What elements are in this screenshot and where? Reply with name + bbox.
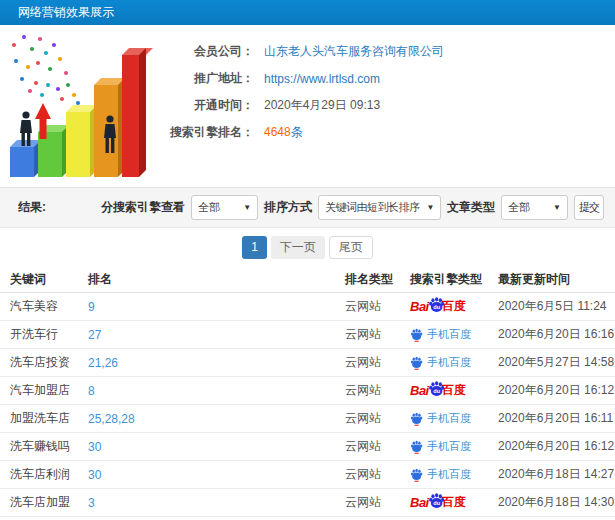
filter-controls: 分搜索引擎查看 全部 ▼ 排序方式 关键词由短到长排序 ▼ 文章类型 全部 ▼ …: [101, 195, 604, 220]
mobile-baidu-paw-icon: [410, 356, 423, 370]
col-header-engine-type: 搜索引擎类型: [410, 271, 498, 288]
engine-type-cell: Bai du 百度: [410, 492, 498, 513]
rank-link[interactable]: 25,28,28: [88, 412, 345, 426]
mobile-baidu-logo-icon: 手机百度: [410, 411, 471, 426]
open-time-value: 2020年4月29日 09:13: [264, 97, 380, 114]
table-row: 洗车店利润 30 云网站 Bai du 百度: [0, 461, 615, 489]
engine-type-cell: Bai du 百度: [410, 411, 498, 426]
update-time-cell: 2020年6月20日 16:12: [498, 438, 615, 455]
mobile-baidu-paw-icon: [410, 412, 423, 426]
keyword-cell: 汽车美容: [10, 298, 88, 315]
member-company-label: 会员公司：: [158, 43, 254, 60]
table-row: 汽车加盟店 8 云网站 Bai du 百度: [0, 377, 615, 405]
rank-link[interactable]: 21,26: [88, 356, 345, 370]
keyword-cell: 汽车加盟店: [10, 382, 88, 399]
rank-unit: 条: [291, 125, 303, 139]
pagination-next-button[interactable]: 下一页: [271, 236, 325, 259]
pagination: 1 下一页 尾页: [0, 228, 615, 266]
update-time-cell: 2020年6月20日 16:16: [498, 326, 615, 343]
article-type-selected: 全部: [508, 200, 530, 215]
sort-label: 排序方式: [264, 199, 312, 216]
engine-filter-label: 分搜索引擎查看: [101, 199, 185, 216]
table-row: 开洗车行 27 云网站 Bai du 百度: [0, 321, 615, 349]
sort-select[interactable]: 关键词由短到长排序 ▼: [318, 195, 441, 220]
mobile-baidu-paw-icon: [410, 440, 423, 454]
engine-rank-label: 搜索引擎排名：: [158, 124, 254, 141]
chevron-down-icon: ▼: [427, 203, 434, 212]
engine-rank-value: 4648条: [264, 124, 303, 141]
rank-type-cell: 云网站: [345, 326, 410, 343]
engine-type-cell: Bai du 百度: [410, 439, 498, 454]
rank-type-cell: 云网站: [345, 466, 410, 483]
col-header-keyword: 关键词: [10, 271, 88, 288]
baidu-logo-icon: Bai du 百度: [410, 380, 466, 401]
member-company-row: 会员公司： 山东老人头汽车服务咨询有限公司: [158, 38, 615, 65]
table-row: 汽车美容 9 云网站 Bai du 百度: [0, 293, 615, 321]
mobile-baidu-logo-icon: 手机百度: [410, 355, 471, 370]
svg-text:du: du: [433, 304, 440, 310]
member-info-section: 会员公司： 山东老人头汽车服务咨询有限公司 推广地址： https://www.…: [0, 25, 615, 187]
pagination-last-button[interactable]: 尾页: [329, 236, 373, 259]
article-type-select[interactable]: 全部 ▼: [501, 195, 568, 220]
promo-url-label: 推广地址：: [158, 70, 254, 87]
rank-link[interactable]: 9: [88, 300, 345, 314]
table-row: 洗车赚钱吗 30 云网站 Bai du 百度: [0, 433, 615, 461]
engine-rank-row: 搜索引擎排名： 4648条: [158, 119, 615, 146]
keyword-cell: 洗车赚钱吗: [10, 438, 88, 455]
promo-url-row: 推广地址： https://www.lrtlsd.com: [158, 65, 615, 92]
engine-filter-select[interactable]: 全部 ▼: [191, 195, 258, 220]
promo-url-link[interactable]: https://www.lrtlsd.com: [264, 72, 380, 86]
mobile-baidu-logo-icon: 手机百度: [410, 327, 471, 342]
chevron-down-icon: ▼: [553, 203, 561, 212]
engine-type-cell: Bai du 百度: [410, 355, 498, 370]
engine-type-cell: Bai du 百度: [410, 467, 498, 482]
member-info-form: 会员公司： 山东老人头汽车服务咨询有限公司 推广地址： https://www.…: [158, 25, 615, 146]
chevron-down-icon: ▼: [243, 203, 251, 212]
rank-type-cell: 云网站: [345, 438, 410, 455]
keyword-cell: 洗车店投资: [10, 354, 88, 371]
keyword-ranking-table: 关键词 排名 排名类型 搜索引擎类型 最新更新时间 汽车美容 9 云网站 Bai…: [0, 266, 615, 517]
member-company-link[interactable]: 山东老人头汽车服务咨询有限公司: [264, 43, 444, 60]
rank-count: 4648: [264, 125, 291, 139]
sort-selected: 关键词由短到长排序: [325, 200, 420, 215]
engine-type-cell: Bai du 百度: [410, 327, 498, 342]
page-title: 网络营销效果展示: [18, 5, 114, 19]
confetti-dots: [12, 35, 80, 105]
table-body: 汽车美容 9 云网站 Bai du 百度: [0, 293, 615, 517]
pagination-page-1[interactable]: 1: [242, 236, 267, 259]
rank-link[interactable]: 27: [88, 328, 345, 342]
rank-link[interactable]: 30: [88, 440, 345, 454]
engine-type-cell: Bai du 百度: [410, 380, 498, 401]
baidu-logo-icon: Bai du 百度: [410, 296, 466, 317]
rank-type-cell: 云网站: [345, 382, 410, 399]
update-time-cell: 2020年6月5日 11:24: [498, 298, 615, 315]
bar-chart-growth-illustration: [2, 27, 157, 184]
mobile-baidu-logo-icon: 手机百度: [410, 439, 471, 454]
table-header-row: 关键词 排名 排名类型 搜索引擎类型 最新更新时间: [0, 266, 615, 293]
rank-link[interactable]: 8: [88, 384, 345, 398]
keyword-cell: 洗车店加盟: [10, 494, 88, 511]
rank-link[interactable]: 3: [88, 496, 345, 510]
svg-text:du: du: [433, 500, 440, 506]
update-time-cell: 2020年6月20日 16:12: [498, 382, 615, 399]
mobile-baidu-paw-icon: [410, 328, 423, 342]
submit-button[interactable]: 提交: [574, 195, 604, 220]
keyword-cell: 加盟洗车店: [10, 410, 88, 427]
update-time-cell: 2020年6月18日 14:27: [498, 466, 615, 483]
open-time-row: 开通时间： 2020年4月29日 09:13: [158, 92, 615, 119]
col-header-update-time: 最新更新时间: [498, 271, 615, 288]
keyword-cell: 开洗车行: [10, 326, 88, 343]
open-time-label: 开通时间：: [158, 97, 254, 114]
page-title-bar: 网络营销效果展示: [0, 0, 615, 25]
filter-bar: 结果: 分搜索引擎查看 全部 ▼ 排序方式 关键词由短到长排序 ▼ 文章类型 全…: [0, 187, 615, 228]
rank-type-cell: 云网站: [345, 298, 410, 315]
col-header-rank: 排名: [88, 271, 345, 288]
article-type-label: 文章类型: [447, 199, 495, 216]
table-row: 加盟洗车店 25,28,28 云网站 Bai du 百度: [0, 405, 615, 433]
bars: [10, 48, 153, 177]
engine-filter-selected: 全部: [198, 200, 220, 215]
rank-link[interactable]: 30: [88, 468, 345, 482]
update-time-cell: 2020年6月18日 14:30: [498, 494, 615, 511]
mobile-baidu-logo-icon: 手机百度: [410, 467, 471, 482]
rank-type-cell: 云网站: [345, 410, 410, 427]
